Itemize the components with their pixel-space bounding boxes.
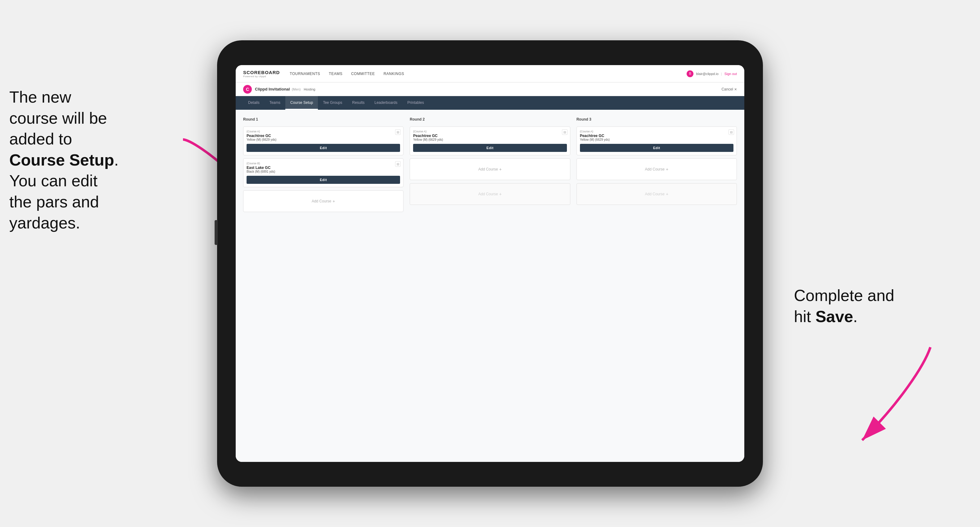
round1-course-b-edit-btn[interactable]: Edit [247, 176, 400, 184]
rounds-grid: Round 1 ⊟ (Course A) Peachtree GC Yellow… [243, 117, 737, 212]
nav-divider: | [721, 72, 722, 76]
round1-course-b-tee: Black (M) (6891 yds) [247, 170, 400, 173]
round-1-column: Round 1 ⊟ (Course A) Peachtree GC Yellow… [243, 117, 404, 212]
round1-course-b-card: ⊟ (Course B) East Lake GC Black (M) (689… [243, 159, 404, 187]
round2-add-course-label: Add Course [478, 167, 498, 171]
tournament-name: Clippd Invitational [255, 87, 290, 92]
round2-course-a-label: (Course A) [413, 130, 566, 133]
tablet-device: SCOREBOARD Powered by clippd TOURNAMENTS… [217, 40, 763, 487]
nav-link-tournaments[interactable]: TOURNAMENTS [290, 71, 320, 76]
round3-course-a-tee: Yellow (M) (6629 yds) [580, 138, 733, 141]
cancel-icon[interactable]: × [734, 87, 737, 92]
round1-course-a-name: Peachtree GC [247, 133, 400, 138]
user-avatar: B [687, 70, 694, 77]
round2-course-a-name: Peachtree GC [413, 133, 566, 138]
round2-add-course-plus: + [499, 167, 502, 172]
round1-course-b-name: East Lake GC [247, 165, 400, 170]
logo-main-text: SCOREBOARD [243, 70, 280, 75]
round3-add-course-label: Add Course [645, 167, 665, 171]
tournament-gender: (Men) [292, 87, 301, 91]
round3-add-course-btn[interactable]: Add Course + [576, 159, 737, 180]
tab-leaderboards[interactable]: Leaderboards [369, 96, 402, 110]
round1-course-a-label: (Course A) [247, 130, 400, 133]
tournament-cancel-area: Cancel × [721, 87, 737, 92]
round2-add-course-btn[interactable]: Add Course + [410, 159, 570, 180]
tablet-side-button [215, 220, 218, 245]
round2-course-a-edit-btn[interactable]: Edit [413, 144, 566, 152]
nav-links: TOURNAMENTS TEAMS COMMITTEE RANKINGS [290, 71, 687, 76]
scoreboard-logo: SCOREBOARD Powered by clippd [243, 70, 280, 78]
round1-course-a-card: ⊟ (Course A) Peachtree GC Yellow (M) (66… [243, 127, 404, 155]
tournament-status: Hosting [304, 87, 315, 91]
sign-out-link[interactable]: Sign out [724, 72, 737, 76]
round2-add-course-disabled: Add Course + [410, 183, 570, 205]
round3-course-a-card: ⊟ (Course A) Peachtree GC Yellow (M) (66… [576, 127, 737, 155]
tab-tee-groups[interactable]: Tee Groups [318, 96, 347, 110]
round-3-column: Round 3 ⊟ (Course A) Peachtree GC Yellow… [576, 117, 737, 212]
round3-add-course-plus: + [666, 167, 668, 172]
round3-add-course-disabled-plus: + [666, 192, 668, 197]
round1-course-a-delete-btn[interactable]: ⊟ [395, 129, 401, 135]
round1-add-course-plus: + [332, 199, 335, 204]
tab-teams[interactable]: Teams [264, 96, 285, 110]
round1-course-a-tee: Yellow (M) (6629 yds) [247, 138, 400, 141]
round-1-title: Round 1 [243, 117, 404, 122]
round-2-title: Round 2 [410, 117, 570, 122]
round2-add-course-disabled-plus: + [499, 192, 502, 197]
arrow-right [837, 341, 955, 452]
top-nav: SCOREBOARD Powered by clippd TOURNAMENTS… [236, 65, 744, 83]
round3-course-a-label: (Course A) [580, 130, 733, 133]
annotation-right: Complete and hit Save. [794, 285, 943, 327]
round3-course-a-delete-btn[interactable]: ⊟ [729, 129, 734, 135]
tab-course-setup[interactable]: Course Setup [285, 96, 318, 110]
tournament-logo: C [243, 85, 252, 94]
tab-details[interactable]: Details [243, 96, 264, 110]
round-2-column: Round 2 ⊟ (Course A) Peachtree GC Yellow… [410, 117, 570, 212]
nav-right: B blair@clippd.io | Sign out [687, 70, 737, 77]
nav-link-committee[interactable]: COMMITTEE [351, 71, 375, 76]
tab-bar: Details Teams Course Setup Tee Groups Re… [236, 96, 744, 110]
round1-course-a-edit-btn[interactable]: Edit [247, 144, 400, 152]
round3-add-course-disabled: Add Course + [576, 183, 737, 205]
round3-course-a-edit-btn[interactable]: Edit [580, 144, 733, 152]
round-3-title: Round 3 [576, 117, 737, 122]
tablet-screen: SCOREBOARD Powered by clippd TOURNAMENTS… [236, 65, 744, 462]
cancel-label[interactable]: Cancel [721, 87, 733, 92]
tab-printables[interactable]: Printables [402, 96, 429, 110]
round3-add-course-disabled-label: Add Course [645, 192, 665, 196]
round2-course-a-card: ⊟ (Course A) Peachtree GC Yellow (M) (66… [410, 127, 570, 155]
round2-add-course-disabled-label: Add Course [478, 192, 498, 196]
user-email: blair@clippd.io [696, 72, 718, 76]
logo-sub-text: Powered by clippd [243, 75, 280, 78]
round2-course-a-tee: Yellow (M) (6629 yds) [413, 138, 566, 141]
tab-results[interactable]: Results [347, 96, 369, 110]
round1-add-course-btn[interactable]: Add Course + [243, 190, 404, 212]
nav-link-rankings[interactable]: RANKINGS [383, 71, 404, 76]
nav-link-teams[interactable]: TEAMS [329, 71, 342, 76]
round1-course-b-delete-btn[interactable]: ⊟ [395, 161, 401, 167]
round3-course-a-name: Peachtree GC [580, 133, 733, 138]
round1-add-course-label: Add Course [312, 199, 331, 203]
round1-course-b-label: (Course B) [247, 162, 400, 165]
tournament-bar: C Clippd Invitational (Men) Hosting Canc… [236, 83, 744, 96]
round2-course-a-delete-btn[interactable]: ⊟ [562, 129, 568, 135]
course-setup-content: Round 1 ⊟ (Course A) Peachtree GC Yellow… [236, 110, 744, 462]
